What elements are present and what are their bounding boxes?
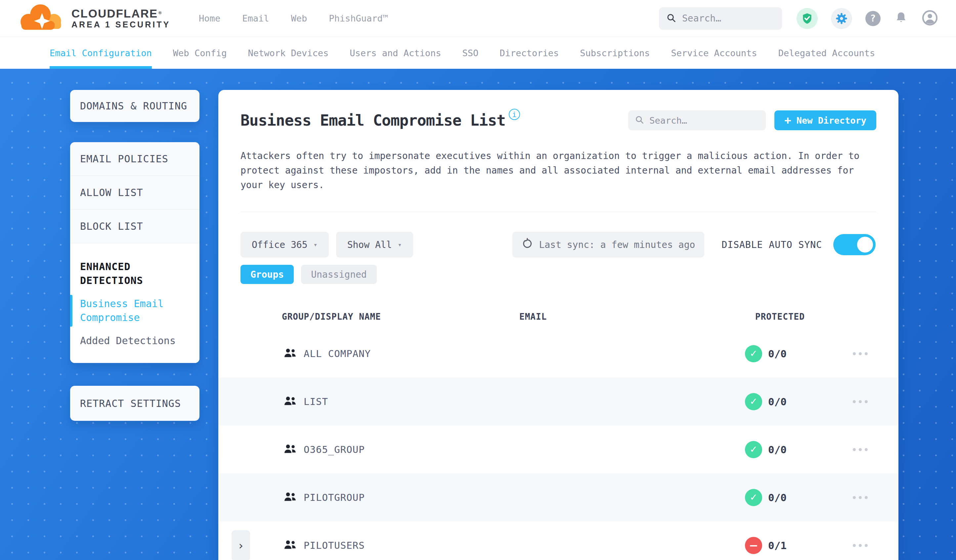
unprotected-minus-icon: − [745,537,762,554]
search-icon [666,13,676,24]
registered-mark: ® [159,7,162,19]
protected-check-icon: ✓ [745,489,762,506]
page-description: Attackers often try to impersonate execu… [241,149,875,192]
avatar-icon[interactable] [921,9,938,27]
directory-filter-dropdown[interactable]: Office 365 ▾ [241,232,329,257]
bell-icon[interactable] [894,11,908,27]
tab-users-and-actions[interactable]: Users and Actions [350,38,441,69]
protected-count: 0/0 [768,444,787,455]
gear-icon[interactable] [831,8,852,29]
protected-cell: − 0/1 [745,537,787,554]
nav-email[interactable]: Email [242,13,269,24]
nav-web[interactable]: Web [291,13,307,24]
sidebar-item-added-detections[interactable]: Added Detections [80,334,190,348]
tab-sso[interactable]: SSO [462,38,479,69]
chevron-down-icon: ▾ [314,241,318,249]
question-glyph: ? [870,13,876,24]
shield-check-icon[interactable] [797,8,818,29]
page-background: DOMAINS & ROUTING EMAIL POLICIES ALLOW L… [0,69,956,560]
row-menu-button[interactable] [849,541,871,550]
filter-row: Office 365 ▾ Show All ▾ [241,232,876,257]
table-row[interactable]: LIST ✓ 0/0 [219,378,898,425]
group-icon [283,395,297,408]
divider [241,212,876,212]
help-icon[interactable]: ? [865,11,881,26]
protected-cell: ✓ 0/0 [745,345,787,362]
chevron-down-icon: ▾ [398,241,402,249]
sidebar-item-enhanced-detections[interactable]: ENHANCED DETECTIONS [80,260,190,288]
list-search[interactable] [628,110,766,130]
group-name: LIST [303,396,328,407]
group-name: PILOTUSERS [303,540,365,551]
table-row[interactable]: ALL COMPANY ✓ 0/0 [219,329,898,378]
protected-count: 0/1 [768,540,787,551]
sidebar-item-allow-list[interactable]: ALLOW LIST [70,176,200,210]
global-search[interactable] [659,7,782,30]
logo-text: CLOUDFLARE ® AREA 1 SECURITY [71,8,170,30]
show-filter-dropdown[interactable]: Show All ▾ [336,232,413,257]
protected-count: 0/0 [768,492,787,504]
row-menu-button[interactable] [849,493,871,502]
header-icon-cluster: ? [797,8,938,29]
table-row[interactable]: O365_GROUP ✓ 0/0 [219,425,898,474]
cloudflare-logo[interactable]: CLOUDFLARE ® AREA 1 SECURITY [17,2,170,35]
tab-groups[interactable]: Groups [241,265,294,284]
group-name: PILOTGROUP [303,492,365,503]
sidebar-item-retract-settings[interactable]: RETRACT SETTINGS [70,386,200,421]
sidebar-item-email-policies[interactable]: EMAIL POLICIES [70,142,200,176]
table-row[interactable]: PILOTGROUP ✓ 0/0 [219,474,898,521]
group-name: O365_GROUP [303,444,365,455]
tab-network-devices[interactable]: Network Devices [248,38,329,69]
tab-subscriptions[interactable]: Subscriptions [580,38,650,69]
protected-count: 0/0 [768,396,787,408]
section-tabs: Email Configuration Web Config Network D… [0,38,956,69]
protected-cell: ✓ 0/0 [745,441,787,458]
sidebar-item-business-email-compromise[interactable]: Business Email Compromise [80,297,190,325]
row-menu-button[interactable] [849,445,871,454]
tab-directories[interactable]: Directories [500,38,559,69]
search-icon [635,115,644,125]
sidebar-policies-card: EMAIL POLICIES ALLOW LIST BLOCK LIST ENH… [70,142,200,363]
protected-cell: ✓ 0/0 [745,489,787,506]
row-menu-button[interactable] [849,397,871,406]
view-tabs: Groups Unassigned [241,265,876,284]
page-title: Business Email Compromise List [241,111,505,129]
nav-phishguard[interactable]: PhishGuard™ [329,13,388,24]
expand-row-button[interactable]: › [231,530,250,560]
group-icon [283,491,297,504]
sidebar-item-block-list[interactable]: BLOCK LIST [70,210,200,243]
global-search-input[interactable] [681,13,775,24]
top-bar: CLOUDFLARE ® AREA 1 SECURITY Home Email … [0,0,956,37]
list-search-input[interactable] [649,115,759,126]
table-row[interactable]: › PILOTUSERS − 0/1 [219,521,898,560]
main-panel: Business Email Compromise List i [219,90,898,560]
primary-nav: Home Email Web PhishGuard™ [199,13,388,24]
active-indicator-bar [70,295,72,326]
groups-table: GROUP/DISPLAY NAME EMAIL PROTECTED [219,307,898,560]
nav-home[interactable]: Home [199,13,220,24]
sidebar-section-enhanced-detections: ENHANCED DETECTIONS Business Email Compr… [70,243,200,363]
sidebar-item-domains-routing[interactable]: DOMAINS & ROUTING [70,90,200,122]
row-menu-button[interactable] [849,349,871,358]
tab-web-config[interactable]: Web Config [173,38,227,69]
settings-sidebar: DOMAINS & ROUTING EMAIL POLICIES ALLOW L… [70,90,200,421]
auto-sync-label: DISABLE AUTO SYNC [722,239,822,250]
protected-cell: ✓ 0/0 [745,393,787,410]
new-directory-button[interactable]: + New Directory [774,110,876,130]
tab-service-accounts[interactable]: Service Accounts [671,38,757,69]
protected-check-icon: ✓ [745,345,762,362]
info-icon[interactable]: i [509,109,520,120]
tab-unassigned[interactable]: Unassigned [301,265,377,284]
title-row: Business Email Compromise List i [241,90,876,130]
tab-delegated-accounts[interactable]: Delegated Accounts [778,38,875,69]
column-email: EMAIL [519,312,547,322]
plus-icon: + [784,115,791,126]
protected-count: 0/0 [768,348,787,360]
protected-check-icon: ✓ [745,393,762,410]
tab-email-configuration[interactable]: Email Configuration [50,38,152,69]
cloudflare-cloud-icon [17,2,67,35]
app-window: CLOUDFLARE ® AREA 1 SECURITY Home Email … [0,0,956,560]
last-sync-button[interactable]: Last sync: a few minutes ago [513,232,704,257]
group-name: ALL COMPANY [303,348,371,359]
auto-sync-toggle[interactable] [833,234,876,255]
